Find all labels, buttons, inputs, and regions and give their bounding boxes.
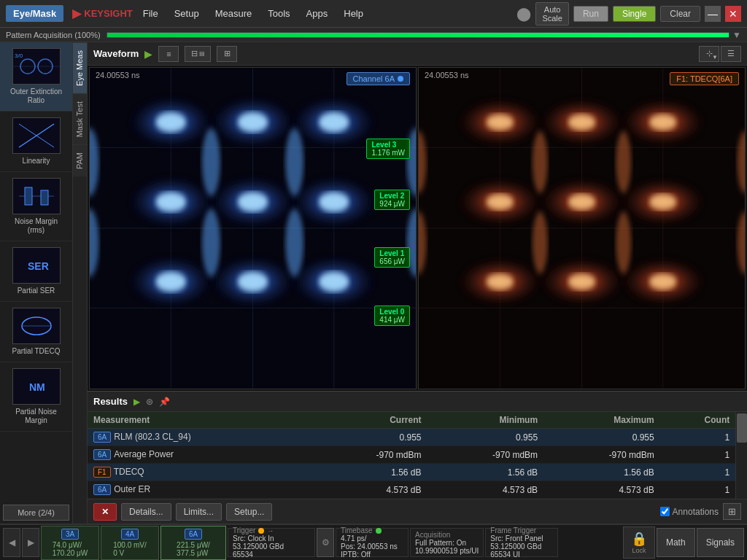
linearity-icon xyxy=(12,117,61,154)
row3-name: F1TDECQ xyxy=(88,464,311,481)
sidebar-item-linearity[interactable]: Linearity xyxy=(0,112,72,172)
channel-main-status[interactable]: 6A 221.5 μW/377.5 μW xyxy=(160,526,226,560)
clear-button[interactable]: Clear xyxy=(660,6,700,22)
run-button[interactable]: Run xyxy=(573,6,608,22)
col-current: Current xyxy=(311,412,427,429)
toolbar-select-icon[interactable]: ⊹▼ xyxy=(699,46,719,62)
sidebar-item-partial-tdecq[interactable]: Partial TDECQ xyxy=(0,302,72,362)
row4-badge: 6A xyxy=(93,484,111,495)
results-footer: ✕ Details... Limits... Setup... Annotati… xyxy=(88,499,747,524)
partial-tdecq-label: Partial TDECQ xyxy=(12,347,61,356)
sidebar-item-partial-nm[interactable]: NM Partial NoiseMargin xyxy=(0,362,72,432)
results-scrollbar[interactable] xyxy=(735,412,747,499)
row2-min: -970 mdBm xyxy=(427,446,544,464)
svg-point-69 xyxy=(568,194,595,209)
menu-file[interactable]: File xyxy=(137,5,164,22)
svg-text:NM: NM xyxy=(29,381,45,393)
channel-4a-status[interactable]: 4A 100.0 mV/0 V xyxy=(101,526,159,560)
vtab-pam[interactable]: PAM xyxy=(73,144,87,176)
table-row[interactable]: 6AAverage Power -970 mdBm -970 mdBm -970… xyxy=(88,446,735,464)
ch4a-badge: 4A xyxy=(121,529,139,540)
close-button[interactable]: ✕ xyxy=(725,6,741,22)
toolbar-btn-1[interactable]: ≡ xyxy=(158,46,179,62)
vtab-eye-meas[interactable]: Eye Meas xyxy=(73,42,87,93)
channel-3a-status[interactable]: 3A 74.0 μW/170.20 μW xyxy=(41,526,99,560)
svg-point-42 xyxy=(238,272,268,292)
more-button[interactable]: More (2/4) xyxy=(3,505,69,521)
results-pin-icon[interactable]: 📌 xyxy=(159,397,170,407)
ch4a-values: 100.0 mV/0 V xyxy=(113,541,147,557)
limits-button[interactable]: Limits... xyxy=(176,503,222,521)
sidebar-item-noise-margin[interactable]: Noise Margin(rms) xyxy=(0,172,72,241)
trigger-section[interactable]: Trigger → Src: Clock In 53.125000 GBd 65… xyxy=(228,528,315,557)
noise-margin-icon xyxy=(12,178,61,214)
svg-point-37 xyxy=(319,192,349,212)
svg-point-76 xyxy=(649,274,676,289)
annotations-check[interactable]: Annotations xyxy=(660,507,719,517)
table-row[interactable]: 6ARLM (802.3 CL_94) 0.955 0.955 0.955 1 xyxy=(88,429,735,446)
ch3a-values: 74.0 μW/170.20 μW xyxy=(53,541,88,557)
row1-badge: 6A xyxy=(93,432,111,443)
acquisition-pts: 10.99000519 pts/UI xyxy=(415,547,479,555)
row2-max: -970 mdBm xyxy=(543,446,660,464)
trigger-gear-button[interactable]: ⚙ xyxy=(317,528,334,557)
frame-trigger-section[interactable]: Frame Trigger Src: Front Panel 53.125000… xyxy=(485,528,558,557)
setup-button[interactable]: Setup... xyxy=(226,503,272,521)
menu-tools[interactable]: Tools xyxy=(262,5,295,22)
timebase-section[interactable]: Timebase 4.71 ps/ Pos: 24.00553 ns IPTB:… xyxy=(336,528,409,557)
nav-right-button[interactable]: ▶ xyxy=(22,528,39,557)
menu-help[interactable]: Help xyxy=(338,5,369,22)
scope-views: 24.00553 ns Channel 6A Level 3 1.176 mW … xyxy=(88,66,747,391)
sidebar-item-outer-extinction[interactable]: 3/0 Outer ExtinctionRatio xyxy=(0,42,72,112)
toolbar-btn-3[interactable]: ⊞ xyxy=(217,46,237,62)
row4-count: 1 xyxy=(660,481,736,499)
menu-setup[interactable]: Setup xyxy=(169,5,205,22)
level3-marker: Level 3 1.176 mW xyxy=(366,139,410,159)
waveform-title: Waveform xyxy=(93,48,139,59)
row2-current: -970 mdBm xyxy=(311,446,427,464)
menu-apps[interactable]: Apps xyxy=(301,5,334,22)
frame-trigger-val: 65534 UI xyxy=(490,551,553,559)
lock-button[interactable]: 🔒 Lock xyxy=(623,526,655,559)
svg-point-62 xyxy=(487,114,514,130)
eye-mask-button[interactable]: Eye/Mask xyxy=(6,5,63,22)
frame-trigger-freq: 53.125000 GBd xyxy=(490,542,553,551)
sidebar-item-partial-ser[interactable]: SER Partial SER xyxy=(0,241,72,302)
progress-label: Pattern Acquisition (100%) xyxy=(6,31,101,39)
results-play-icon[interactable]: ▶ xyxy=(133,397,140,407)
annotations-checkbox[interactable] xyxy=(660,507,670,516)
signals-button[interactable]: Signals xyxy=(697,528,744,557)
row4-max: 4.573 dB xyxy=(543,481,660,499)
progress-bar-container: Pattern Acquisition (100%) ▼ xyxy=(0,28,747,42)
toolbar-menu-icon[interactable]: ☰ xyxy=(721,46,741,62)
row2-badge: 6A xyxy=(93,449,111,460)
results-title: Results xyxy=(93,396,128,407)
menu-measure[interactable]: Measure xyxy=(209,5,258,22)
trigger-val: 65534 xyxy=(233,551,310,559)
details-button[interactable]: Details... xyxy=(121,503,171,521)
table-row[interactable]: F1TDECQ 1.56 dB 1.56 dB 1.56 dB 1 xyxy=(88,464,735,481)
auto-scale-button[interactable]: AutoScale xyxy=(535,2,569,26)
timebase-pos: Pos: 24.00553 ns xyxy=(341,542,403,551)
level2-marker: Level 2 924 μW xyxy=(374,190,410,210)
acquisition-section[interactable]: Acquisition Full Pattern: On 10.99000519… xyxy=(410,528,484,557)
grid-view-button[interactable]: ⊞ xyxy=(723,503,741,520)
waveform-play-icon[interactable]: ▶ xyxy=(144,48,152,60)
svg-point-36 xyxy=(238,192,268,212)
row1-min: 0.955 xyxy=(427,429,544,446)
eye-diagram-red xyxy=(419,68,745,389)
toolbar-btn-2[interactable]: ⊟▤ xyxy=(185,46,211,62)
math-button[interactable]: Math xyxy=(657,528,695,557)
timebase-title: Timebase xyxy=(341,526,403,534)
single-button[interactable]: Single xyxy=(613,6,656,22)
vertical-tabs: Eye Meas Mask Test PAM xyxy=(73,42,88,524)
partial-ser-icon: SER xyxy=(12,247,61,284)
col-measurement: Measurement xyxy=(88,412,311,429)
table-row[interactable]: 6AOuter ER 4.573 dB 4.573 dB 4.573 dB 1 xyxy=(88,481,735,499)
vtab-mask-test[interactable]: Mask Test xyxy=(73,93,87,144)
svg-point-30 xyxy=(238,112,268,132)
nav-left-button[interactable]: ◀ xyxy=(3,528,20,557)
cancel-button[interactable]: ✕ xyxy=(93,503,117,521)
results-down-icon[interactable]: ⊛ xyxy=(146,397,153,407)
minimize-button[interactable]: — xyxy=(705,6,721,22)
